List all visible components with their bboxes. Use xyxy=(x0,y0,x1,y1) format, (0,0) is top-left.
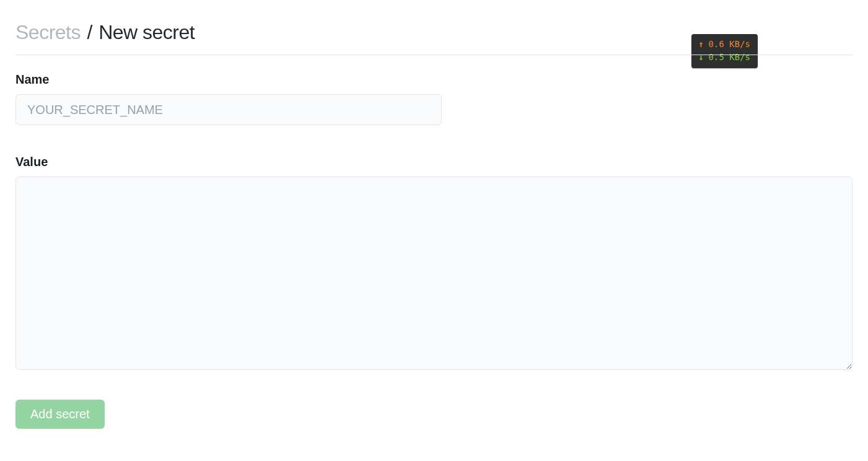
secret-value-textarea[interactable] xyxy=(15,177,853,370)
name-field-section: Name xyxy=(15,72,853,125)
breadcrumb-separator: / xyxy=(87,21,92,43)
breadcrumb-current: New secret xyxy=(99,21,195,43)
value-label: Value xyxy=(15,155,853,169)
page-header: Secrets / New secret xyxy=(15,20,853,55)
value-field-section: Value xyxy=(15,155,853,372)
add-secret-button[interactable]: Add secret xyxy=(15,400,105,429)
breadcrumb-parent[interactable]: Secrets xyxy=(15,21,81,43)
secret-name-input[interactable] xyxy=(15,94,442,125)
breadcrumb: Secrets / New secret xyxy=(15,20,195,45)
name-label: Name xyxy=(15,72,853,87)
